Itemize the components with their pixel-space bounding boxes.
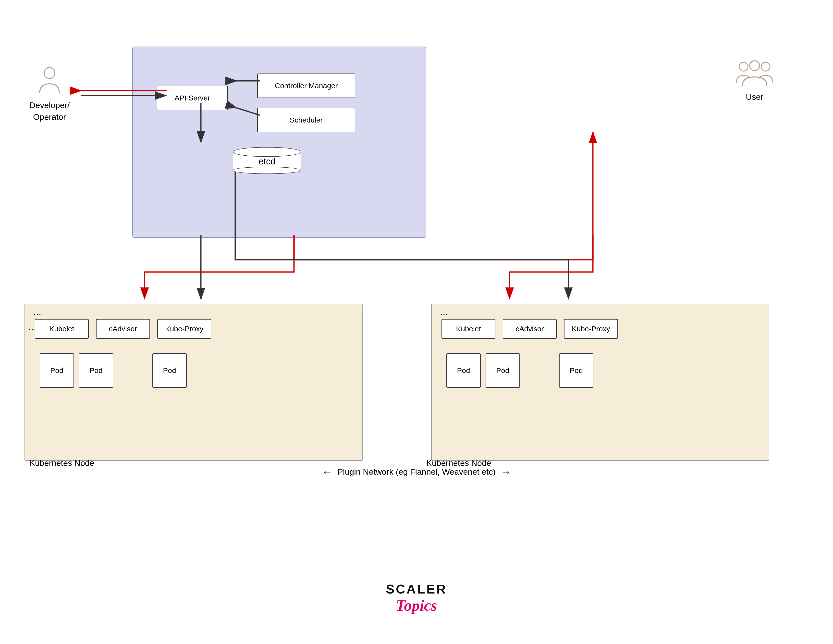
etcd-cylinder: etcd <box>233 147 301 174</box>
api-server-label: API Server <box>174 94 210 102</box>
kubelet-left-label: Kubelet <box>49 325 74 333</box>
pod-left-3: Pod <box>153 353 187 388</box>
pod-right-3-label: Pod <box>569 366 583 375</box>
node-left: Kubelet cAdvisor Kube-Proxy Pod Pod ... … <box>24 304 363 461</box>
controller-manager-label: Controller Manager <box>275 82 338 90</box>
api-server-box: API Server <box>157 86 228 110</box>
scheduler-label: Scheduler <box>289 116 323 124</box>
cadvisor-right: cAdvisor <box>503 319 556 339</box>
person-icon <box>37 66 62 96</box>
svg-point-0 <box>44 68 55 79</box>
developer-operator: Developer/Operator <box>29 66 69 123</box>
cadvisor-left: cAdvisor <box>96 319 150 339</box>
kubeproxy-left: Kube-Proxy <box>157 319 211 339</box>
cadvisor-right-label: cAdvisor <box>516 325 544 333</box>
kubeproxy-right: Kube-Proxy <box>564 319 618 339</box>
svg-point-2 <box>761 62 770 71</box>
pod-right-2: Pod <box>486 353 520 388</box>
pod-right-1: Pod <box>446 353 481 388</box>
dots-left: ... <box>25 304 50 319</box>
svg-point-1 <box>739 62 748 71</box>
svg-point-3 <box>750 61 759 71</box>
pod-right-2-label: Pod <box>496 366 509 375</box>
plugin-network-label: Plugin Network (eg Flannel, Weavenet etc… <box>338 467 495 477</box>
kubeproxy-right-label: Kube-Proxy <box>572 325 610 333</box>
etcd-container: etcd <box>228 145 306 176</box>
pod-right-3: Pod <box>559 353 593 388</box>
plugin-network-row: ← Plugin Network (eg Flannel, Weavenet e… <box>29 465 804 478</box>
branding: SCALER Topics <box>386 582 447 615</box>
cadvisor-left-label: cAdvisor <box>109 325 137 333</box>
pod-left-2-label: Pod <box>89 366 103 375</box>
etcd-bottom <box>233 167 301 174</box>
user-group: User <box>735 59 774 102</box>
pod-left-1: Pod <box>40 353 74 388</box>
pod-left-1-label: Pod <box>50 366 63 375</box>
pod-left-2: Pod <box>79 353 113 388</box>
kubelet-left: Kubelet <box>35 319 89 339</box>
diagram-container: API Server Controller Manager Scheduler … <box>0 0 833 644</box>
etcd-top <box>233 147 301 157</box>
kubelet-right: Kubelet <box>442 319 495 339</box>
branding-scaler-text: SCALER <box>386 582 447 596</box>
scheduler-box: Scheduler <box>257 108 355 132</box>
kubelet-right-label: Kubelet <box>456 325 481 333</box>
dots-right: ... <box>432 304 456 319</box>
pod-left-3-label: Pod <box>163 366 176 375</box>
etcd-label: etcd <box>233 156 301 167</box>
user-label: User <box>746 92 764 102</box>
branding-topics-text: Topics <box>386 596 447 615</box>
users-icon <box>735 59 774 88</box>
pod-right-1-label: Pod <box>457 366 470 375</box>
kubeproxy-left-label: Kube-Proxy <box>165 325 204 333</box>
developer-operator-label: Developer/Operator <box>29 100 69 123</box>
controller-manager-box: Controller Manager <box>257 74 355 98</box>
node-right: Kubelet cAdvisor Kube-Proxy Pod Pod ... … <box>431 304 769 461</box>
